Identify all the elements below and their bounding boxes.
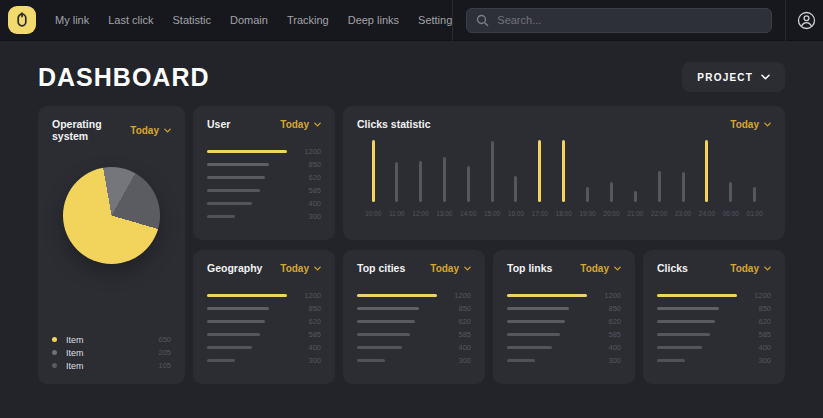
bar-value: 1200 bbox=[593, 291, 621, 300]
bar-row: 850 bbox=[207, 160, 321, 168]
bar bbox=[507, 307, 569, 310]
search-input[interactable] bbox=[466, 8, 772, 33]
menu-item[interactable]: Statistic bbox=[172, 14, 211, 26]
today-filter-dropdown[interactable]: Today bbox=[130, 125, 171, 136]
menu-item[interactable]: Domain bbox=[230, 14, 268, 26]
search-icon bbox=[476, 14, 489, 27]
bar bbox=[657, 346, 702, 349]
card-title: User bbox=[207, 118, 230, 130]
bar-value: 620 bbox=[293, 173, 321, 182]
chart-column: 24:00 bbox=[699, 140, 715, 217]
bar-row: 1200 bbox=[207, 291, 321, 299]
bar-value: 1200 bbox=[293, 147, 321, 156]
bar bbox=[207, 202, 252, 205]
chevron-down-icon bbox=[764, 266, 771, 271]
time-label: 11:00 bbox=[389, 210, 405, 217]
top-cities-bar-chart: 1200 850 620 585 400 300 bbox=[357, 291, 471, 364]
bar-value: 400 bbox=[293, 343, 321, 352]
bar-value: 585 bbox=[743, 330, 771, 339]
bar bbox=[207, 189, 260, 192]
today-filter-dropdown[interactable]: Today bbox=[280, 119, 321, 130]
bar bbox=[705, 140, 708, 202]
bar-row: 850 bbox=[507, 304, 621, 312]
time-label: 16:00 bbox=[508, 210, 524, 217]
user-circle-icon bbox=[797, 11, 816, 30]
time-label: 14:00 bbox=[460, 210, 476, 217]
legend-value: 650 bbox=[158, 335, 171, 344]
bar bbox=[207, 294, 287, 297]
bar-value: 850 bbox=[293, 304, 321, 313]
project-dropdown-button[interactable]: PROJECT bbox=[682, 62, 785, 92]
time-label: 15:00 bbox=[484, 210, 500, 217]
bar bbox=[357, 307, 419, 310]
card-clicks-statistic: Clicks statistic Today 10:00 11:00 12:00 bbox=[343, 106, 785, 240]
app-logo[interactable] bbox=[8, 6, 36, 34]
bar-row: 620 bbox=[207, 317, 321, 325]
card-title: Clicks statistic bbox=[357, 118, 431, 130]
bar bbox=[357, 294, 437, 297]
menu-item[interactable]: Last click bbox=[108, 14, 153, 26]
bar bbox=[682, 172, 685, 202]
legend-item: Item 205 bbox=[52, 348, 171, 357]
card-top-links: Top links Today 1200 850 620 bbox=[493, 250, 635, 384]
bar bbox=[357, 359, 385, 362]
bar-value: 1200 bbox=[743, 291, 771, 300]
card-title: Geography bbox=[207, 262, 262, 274]
bar-row: 585 bbox=[507, 330, 621, 338]
menu-item[interactable]: Setting bbox=[418, 14, 452, 26]
bar-row: 585 bbox=[657, 330, 771, 338]
time-label: 01:00 bbox=[747, 210, 763, 217]
dashboard-page: DASHBOARD PROJECT Operating system Today bbox=[0, 62, 823, 384]
today-filter-dropdown[interactable]: Today bbox=[580, 263, 621, 274]
bar-row: 400 bbox=[357, 343, 471, 351]
legend-value: 105 bbox=[158, 361, 171, 370]
bar bbox=[507, 320, 565, 323]
menu-item[interactable]: Deep links bbox=[348, 14, 399, 26]
clicks-bar-chart: 1200 850 620 585 400 300 bbox=[657, 291, 771, 364]
bar bbox=[207, 163, 269, 166]
menu-item[interactable]: My link bbox=[55, 14, 89, 26]
page-header: DASHBOARD PROJECT bbox=[38, 62, 785, 92]
search-box bbox=[466, 8, 772, 33]
legend-label: Item bbox=[66, 348, 84, 358]
bar-row: 1200 bbox=[657, 291, 771, 299]
bar-value: 620 bbox=[293, 317, 321, 326]
bar-value: 400 bbox=[743, 343, 771, 352]
bar-value: 850 bbox=[593, 304, 621, 313]
card-user: User Today 1200 850 620 bbox=[193, 106, 335, 240]
bar bbox=[491, 141, 494, 202]
bar bbox=[658, 171, 661, 202]
account-button[interactable] bbox=[786, 0, 823, 41]
today-filter-dropdown[interactable]: Today bbox=[430, 263, 471, 274]
bar bbox=[357, 346, 402, 349]
chart-column: 14:00 bbox=[460, 140, 476, 217]
bar-row: 850 bbox=[207, 304, 321, 312]
bar bbox=[395, 162, 398, 202]
chart-column: 15:00 bbox=[484, 140, 500, 217]
legend-dot bbox=[52, 337, 57, 342]
bar bbox=[207, 150, 287, 153]
bar bbox=[207, 307, 269, 310]
bar bbox=[514, 176, 517, 202]
chevron-down-icon bbox=[764, 122, 771, 127]
card-top-cities: Top cities Today 1200 850 620 bbox=[343, 250, 485, 384]
paperclip-logo-icon bbox=[16, 12, 28, 28]
chart-column: 01:00 bbox=[747, 140, 763, 217]
bar bbox=[657, 333, 710, 336]
bar-value: 300 bbox=[293, 212, 321, 221]
bar-row: 620 bbox=[657, 317, 771, 325]
legend-item: Item 650 bbox=[52, 335, 171, 344]
time-label: 12:00 bbox=[412, 210, 428, 217]
bar-value: 585 bbox=[293, 330, 321, 339]
bar-value: 400 bbox=[443, 343, 471, 352]
today-filter-dropdown[interactable]: Today bbox=[730, 263, 771, 274]
bar-row: 300 bbox=[357, 356, 471, 364]
menu-item[interactable]: Tracking bbox=[287, 14, 329, 26]
bar bbox=[507, 333, 560, 336]
bar-value: 850 bbox=[293, 160, 321, 169]
legend-label: Item bbox=[66, 361, 84, 371]
bar-row: 1200 bbox=[357, 291, 471, 299]
today-filter-dropdown[interactable]: Today bbox=[730, 119, 771, 130]
chart-column: 16:00 bbox=[508, 140, 524, 217]
today-filter-dropdown[interactable]: Today bbox=[280, 263, 321, 274]
